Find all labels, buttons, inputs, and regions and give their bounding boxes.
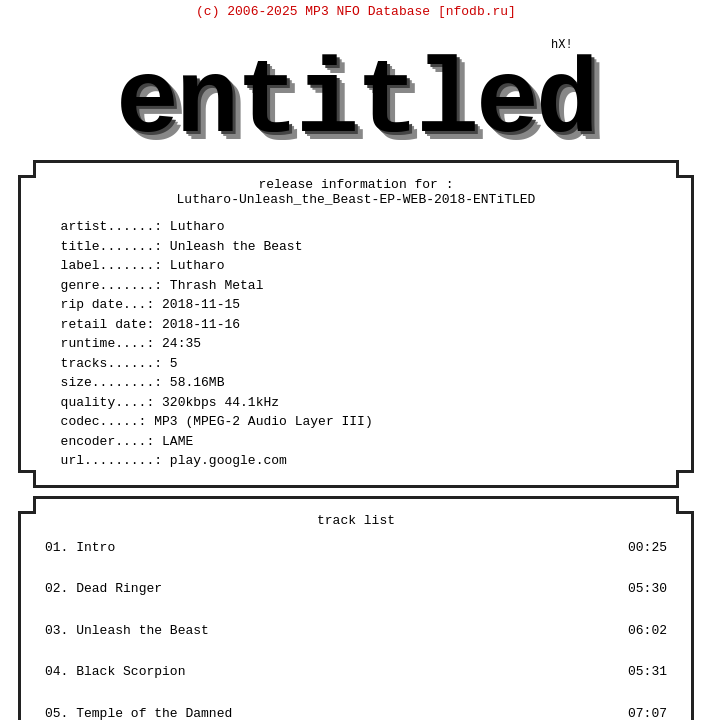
release-field-label: url.........: [61,453,162,468]
tracklist-panel: track list 01. Intro00:25 02. Dead Ringe… [18,496,694,721]
release-field-label: runtime....: [61,336,155,351]
release-field-label: quality....: [61,395,155,410]
release-info-content: artist......: Lutharo title.......: Unle… [45,217,667,471]
release-field-label: artist......: [61,219,162,234]
svg-text:hX!: hX! [551,38,573,52]
release-info-title: release information for : Lutharo-Unleas… [45,177,667,207]
track-num: 03. [45,623,76,638]
track-row: 03. Unleash the Beast06:02 [45,621,667,642]
release-field-value: 320kbps 44.1kHz [162,395,279,410]
track-num: 05. [45,706,76,720]
release-field-value: play.google.com [170,453,287,468]
track-duration: 00:25 [628,538,667,559]
release-field-label: rip date...: [61,297,155,312]
track-title: Dead Ringer [76,581,162,596]
logo-svg: entitled hX! [16,26,696,146]
release-field-value: Thrash Metal [170,278,264,293]
corner-tl [18,160,36,178]
corner-br [676,470,694,488]
corner-tr [676,496,694,514]
track-duration: 07:07 [628,704,667,720]
corner-tl [18,496,36,514]
release-field-value: MP3 (MPEG-2 Audio Layer III) [154,414,372,429]
release-field-label: size........: [61,375,162,390]
copyright-text: (c) 2006-2025 MP3 NFO Database [nfodb.ru… [0,0,712,21]
release-field-value: Lutharo [170,258,225,273]
release-field-label: title.......: [61,239,162,254]
track-num: 02. [45,581,76,596]
release-field-value: 5 [170,356,178,371]
corner-bl [18,470,36,488]
track-row: 02. Dead Ringer05:30 [45,579,667,600]
track-title: Unleash the Beast [76,623,209,638]
release-field-label: retail date: [61,317,155,332]
corner-tr [676,160,694,178]
track-row: 05. Temple of the Damned07:07 [45,704,667,720]
release-info-panel: release information for : Lutharo-Unleas… [18,160,694,488]
release-field-value: 2018-11-15 [162,297,240,312]
svg-text:entitled: entitled [116,44,596,146]
release-field-label: genre.......: [61,278,162,293]
release-field-label: codec.....: [61,414,147,429]
tracklist-title: track list [45,513,667,528]
track-title: Temple of the Damned [76,706,232,720]
release-field-value: Unleash the Beast [170,239,303,254]
release-field-label: tracks......: [61,356,162,371]
track-row: 04. Black Scorpion05:31 [45,662,667,683]
track-title: Intro [76,540,115,555]
release-field-label: encoder....: [61,434,155,449]
track-duration: 05:30 [628,579,667,600]
track-duration: 06:02 [628,621,667,642]
release-field-label: label.......: [61,258,162,273]
track-duration: 05:31 [628,662,667,683]
release-field-value: Lutharo [170,219,225,234]
release-field-value: 58.16MB [170,375,225,390]
logo-container: entitled hX! [0,21,712,155]
release-field-value: LAME [162,434,193,449]
track-num: 04. [45,664,76,679]
release-field-value: 24:35 [162,336,201,351]
tracklist-content: 01. Intro00:25 02. Dead Ringer05:30 03. … [45,538,667,721]
track-title: Black Scorpion [76,664,185,679]
track-row: 01. Intro00:25 [45,538,667,559]
track-num: 01. [45,540,76,555]
release-field-value: 2018-11-16 [162,317,240,332]
